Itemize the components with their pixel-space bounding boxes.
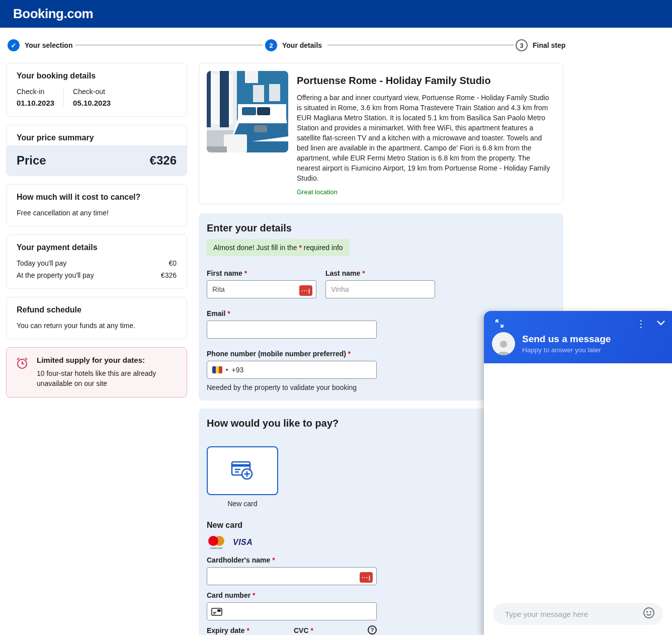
refund-schedule-title: Refund schedule xyxy=(17,305,177,314)
chat-input-bar xyxy=(484,603,672,635)
progress-step-your-selection[interactable]: ✓ Your selection xyxy=(8,39,72,51)
credit-card-icon xyxy=(211,608,222,618)
price-value: €326 xyxy=(150,153,177,168)
progress-connector xyxy=(327,45,514,45)
step-label: Your selection xyxy=(25,41,72,49)
checkin-block: Check-in 01.10.2023 xyxy=(17,88,63,107)
label-text: Card number xyxy=(207,591,250,599)
progress-connector xyxy=(75,45,263,45)
cvc-label: CVC * xyxy=(294,626,377,634)
card-number-input[interactable] xyxy=(207,602,377,620)
booking-logo[interactable]: Booking.com xyxy=(13,6,93,22)
cancellation-title: How much will it cost to cancel? xyxy=(17,193,177,202)
property-description: Offering a bar and inner courtyard view,… xyxy=(297,93,555,183)
emoji-icon[interactable] xyxy=(643,607,655,621)
payment-row-value: €326 xyxy=(161,271,177,279)
checkout-label: Check-out xyxy=(73,88,111,96)
new-card-caption: New card xyxy=(207,500,278,508)
label-text: Phone number (mobile number preferred) xyxy=(207,350,346,358)
checkout-value: 05.10.2023 xyxy=(73,99,111,107)
label-text: Expiry date xyxy=(207,626,244,634)
banner-text: Almost done! Just fill in the xyxy=(213,244,299,252)
phone-country-code: +93 xyxy=(232,366,244,374)
phone-input[interactable]: ▾ +93 xyxy=(207,361,377,379)
last-name-label: Last name * xyxy=(325,269,435,277)
refund-schedule-card: Refund schedule You can return your fund… xyxy=(6,297,187,339)
cancellation-body: Free cancellation at any time! xyxy=(17,209,177,217)
checkout-block: Check-out 05.10.2023 xyxy=(63,88,120,107)
last-name-input[interactable] xyxy=(325,280,435,298)
price-summary-card: Your price summary Price €326 xyxy=(6,125,187,176)
price-row: Price €326 xyxy=(7,145,187,176)
payment-row-today: Today you'll pay €0 xyxy=(17,259,177,267)
new-card-option[interactable] xyxy=(207,446,278,495)
visa-icon: VISA xyxy=(233,538,253,547)
cardholder-input[interactable] xyxy=(207,567,377,585)
cardholder-label: Cardholder's name * xyxy=(207,556,377,564)
required-asterisk: * xyxy=(227,309,230,318)
label-text: Email xyxy=(207,309,225,318)
price-summary-title: Your price summary xyxy=(7,125,187,145)
payment-details-card: Your payment details Today you'll pay €0… xyxy=(6,234,187,289)
progress-step-your-details[interactable]: 2 Your details xyxy=(265,39,322,51)
chat-message-input[interactable] xyxy=(505,610,643,618)
refund-schedule-body: You can return your funds at any time. xyxy=(17,322,177,330)
app-header: Booking.com xyxy=(0,0,672,28)
step-number: 3 xyxy=(516,39,528,51)
price-label: Price xyxy=(17,153,46,168)
chat-message-area xyxy=(484,363,672,603)
phone-helper-text: Needed by the property to validate your … xyxy=(207,383,377,391)
alarm-clock-icon xyxy=(15,356,30,389)
chevron-down-icon[interactable]: ▾ xyxy=(226,367,228,372)
mastercard-word: mastercard xyxy=(207,546,226,549)
booking-details-title: Your booking details xyxy=(17,71,177,81)
mastercard-icon: mastercard xyxy=(207,536,226,549)
add-card-icon xyxy=(230,459,255,483)
expiry-label: Expiry date * xyxy=(207,626,285,634)
label-text: CVC xyxy=(294,626,309,634)
limited-supply-alert: Limited supply for your dates: 10 four-s… xyxy=(6,347,187,398)
label-text: Last name xyxy=(325,269,360,277)
chevron-down-icon[interactable] xyxy=(656,319,666,328)
progress-step-final-step[interactable]: 3 Final step xyxy=(516,39,565,51)
property-title: Portuense Rome - Holiday Family Studio xyxy=(297,75,555,87)
chat-header: ⋮ Send us a message Happy to answer you … xyxy=(484,311,672,363)
step-label: Your details xyxy=(282,41,322,49)
country-flag-icon[interactable] xyxy=(212,366,222,373)
phone-label: Phone number (mobile number preferred) * xyxy=(207,350,377,358)
first-name-label: First name * xyxy=(207,269,316,277)
email-input[interactable] xyxy=(207,321,377,339)
banner-text: required info xyxy=(302,244,343,252)
sidebar: Your booking details Check-in 01.10.2023… xyxy=(6,63,187,406)
password-manager-icon[interactable]: ···| xyxy=(299,285,312,296)
enter-details-title: Enter your details xyxy=(207,222,555,234)
required-asterisk: * xyxy=(272,556,275,564)
required-asterisk: * xyxy=(244,269,247,277)
great-location-link[interactable]: Great location xyxy=(297,188,338,196)
password-manager-icon[interactable]: ···| xyxy=(360,572,373,583)
payment-row-property: At the property you'll pay €326 xyxy=(17,271,177,279)
limited-supply-title: Limited supply for your dates: xyxy=(37,356,160,364)
cvc-help-icon[interactable]: ? xyxy=(368,625,377,634)
expand-icon[interactable] xyxy=(495,319,504,330)
booking-details-card: Your booking details Check-in 01.10.2023… xyxy=(6,63,187,117)
payment-details-title: Your payment details xyxy=(17,243,177,252)
step-number: 2 xyxy=(265,39,277,51)
property-card: Portuense Rome - Holiday Family Studio O… xyxy=(199,63,563,204)
card-number-label: Card number * xyxy=(207,591,377,599)
check-icon: ✓ xyxy=(8,39,20,51)
cancellation-card: How much will it cost to cancel? Free ca… xyxy=(6,184,187,226)
chat-subtitle: Happy to answer you later xyxy=(522,346,611,354)
agent-avatar xyxy=(492,332,515,355)
required-asterisk: * xyxy=(348,350,351,358)
payment-row-label: At the property you'll pay xyxy=(17,271,94,279)
required-asterisk: * xyxy=(253,591,255,599)
menu-dots-icon[interactable]: ⋮ xyxy=(634,317,648,331)
required-asterisk: * xyxy=(310,626,313,634)
payment-row-value: €0 xyxy=(169,259,177,267)
label-text: Cardholder's name xyxy=(207,556,270,564)
chat-title: Send us a message xyxy=(522,334,611,345)
email-label: Email * xyxy=(207,309,377,318)
property-photo xyxy=(207,71,288,152)
required-asterisk: * xyxy=(362,269,365,277)
